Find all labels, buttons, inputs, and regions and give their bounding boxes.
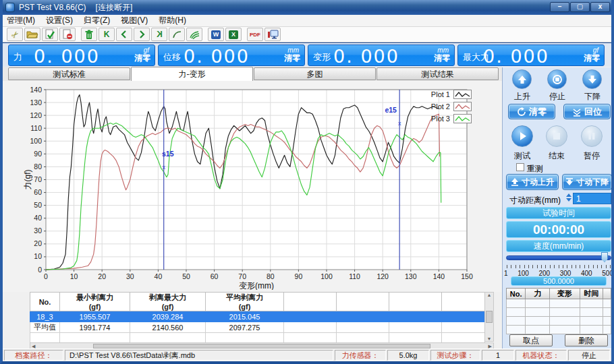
connection-status: [连接断开]: [96, 2, 133, 13]
tab-active[interactable]: 力-变形: [131, 67, 253, 81]
legend-entry[interactable]: Plot 1: [410, 88, 472, 100]
end-label: 结束: [542, 150, 571, 162]
close-button[interactable]: x: [590, 2, 610, 12]
jog-down-label: 下降: [578, 91, 607, 102]
clear-zero-button[interactable]: 清零: [508, 104, 555, 119]
monitor-icon[interactable]: [264, 28, 281, 41]
prev-record-icon[interactable]: [116, 28, 132, 41]
maximize-button[interactable]: ▢: [570, 2, 590, 12]
svg-text:140: 140: [433, 272, 445, 280]
displacement-meter: 位移 0. 000 mm 清零: [158, 44, 305, 66]
spin-up-icon[interactable]: [566, 193, 571, 197]
status-value: D:\PST Test V8.66\TestData\剥离.mdb: [65, 350, 333, 361]
points-cell: [507, 326, 526, 334]
result-cell: [389, 311, 442, 322]
points-row[interactable]: [507, 317, 611, 326]
legend-entry[interactable]: Plot 2: [410, 100, 472, 113]
points-row[interactable]: [507, 308, 611, 317]
points-header: 力: [526, 289, 550, 299]
retest-checkbox[interactable]: [516, 163, 524, 171]
svg-text:0: 0: [38, 266, 42, 274]
control-panel: 上升 停止 下降 清零 回位 测试 结束 暂停 重测 寸动上升 寸动下降 寸动距…: [502, 67, 614, 348]
open-file-icon[interactable]: [24, 28, 40, 41]
result-cell: 18_3: [30, 311, 60, 322]
next-record-icon[interactable]: [134, 28, 150, 41]
export-pdf-icon[interactable]: PDF: [247, 28, 263, 41]
svg-text:100: 100: [320, 272, 333, 280]
menu-item[interactable]: 帮助(H): [159, 15, 186, 26]
jog-up-button[interactable]: [512, 69, 532, 89]
points-cell: [603, 317, 611, 326]
svg-text:80: 80: [34, 162, 42, 171]
last-record-icon[interactable]: K: [151, 28, 167, 41]
export-excel-icon[interactable]: X: [225, 28, 242, 41]
end-button[interactable]: [546, 125, 567, 147]
tab-item[interactable]: 测试标准: [8, 67, 130, 80]
points-row[interactable]: [507, 326, 611, 334]
menu-item[interactable]: 管理(M): [7, 15, 35, 26]
pick-point-button[interactable]: 取点: [509, 334, 553, 346]
first-record-glyph: K: [104, 30, 110, 38]
save-glyph: [45, 29, 55, 40]
speed-slider-track[interactable]: [506, 255, 611, 260]
force-clear-button[interactable]: 清零: [134, 53, 150, 64]
menu-item[interactable]: 视图(V): [121, 15, 148, 26]
curve-icon[interactable]: [169, 28, 185, 41]
vertical-scrollbar[interactable]: ▲▼: [484, 292, 494, 342]
minimize-button[interactable]: –: [550, 2, 569, 12]
save-check-icon[interactable]: [42, 28, 58, 41]
points-cell: [580, 308, 603, 317]
speed-header: 速度(mm/min): [506, 240, 611, 252]
points-row[interactable]: [507, 299, 611, 308]
speed-slider-thumb[interactable]: [601, 252, 608, 262]
deformation-clear-button[interactable]: 清零: [434, 53, 450, 64]
tab-item[interactable]: 多图: [254, 67, 376, 80]
trash-icon[interactable]: [81, 28, 97, 41]
tick-mark: [515, 265, 516, 268]
max-force-clear-button[interactable]: 清零: [584, 53, 600, 64]
points-table: No.力变形时间: [506, 288, 611, 334]
status-value: 5.0kg: [387, 350, 429, 361]
displacement-clear-button[interactable]: 清零: [284, 53, 300, 64]
peel-results-grid: No.最小剥离力(gf)剥离最大力(gf)平均剥离力(gf)18_31955.5…: [30, 292, 485, 344]
home-button[interactable]: 回位: [563, 104, 611, 119]
next-glyph: [138, 30, 146, 39]
result-row[interactable]: 平均值1991.7742140.5602097.275: [30, 322, 485, 333]
jog-up-label: 上升: [507, 91, 537, 102]
first-record-icon[interactable]: K: [99, 28, 115, 41]
export-word-icon[interactable]: W: [208, 28, 224, 41]
result-cell: 1955.507: [60, 311, 130, 322]
status-label: 测试步骤：: [430, 350, 480, 361]
multi-curve-icon[interactable]: [186, 28, 202, 41]
test-button[interactable]: [511, 125, 533, 147]
result-cell: [284, 311, 337, 322]
tick-mark: [511, 265, 511, 268]
delete-file-icon[interactable]: [59, 28, 76, 41]
spin-down-icon[interactable]: [566, 198, 571, 202]
title-bar[interactable]: PST Test V8.66(C) [连接断开] – ▢ x: [0, 0, 614, 15]
stop-button[interactable]: [547, 69, 567, 89]
menu-item[interactable]: 设置(S): [46, 15, 73, 26]
menu-item[interactable]: 归零(Z): [84, 15, 110, 26]
results-table: No.最小剥离力(gf)剥离最大力(gf)平均剥离力(gf)18_31955.5…: [30, 292, 494, 348]
tab-item[interactable]: 测试结果: [376, 67, 499, 80]
tick-mark: [559, 265, 559, 268]
delete-button[interactable]: 删除: [565, 334, 608, 346]
legend-entry[interactable]: Plot 3: [410, 113, 472, 125]
pause-button[interactable]: [581, 125, 603, 147]
result-row[interactable]: 18_31955.5072039.2842015.045: [30, 311, 485, 322]
tick-mark: [541, 265, 542, 268]
inch-down-button[interactable]: 寸动下降: [562, 174, 612, 190]
points-header: 变形: [550, 289, 580, 299]
jog-down-button[interactable]: [582, 69, 602, 89]
points-cell: [603, 299, 611, 308]
chart-legend: Plot 1Plot 2Plot 3: [410, 88, 472, 125]
svg-text:90: 90: [34, 150, 42, 158]
up-arrow-icon: [517, 74, 528, 85]
inch-up-icon: [511, 178, 519, 186]
cut-icon[interactable]: ✂: [7, 28, 23, 41]
inch-up-button[interactable]: 寸动上升: [506, 174, 559, 190]
inch-distance-input[interactable]: 1: [573, 193, 611, 204]
inch-distance-spinner[interactable]: [566, 193, 571, 202]
points-cell: [526, 299, 550, 308]
